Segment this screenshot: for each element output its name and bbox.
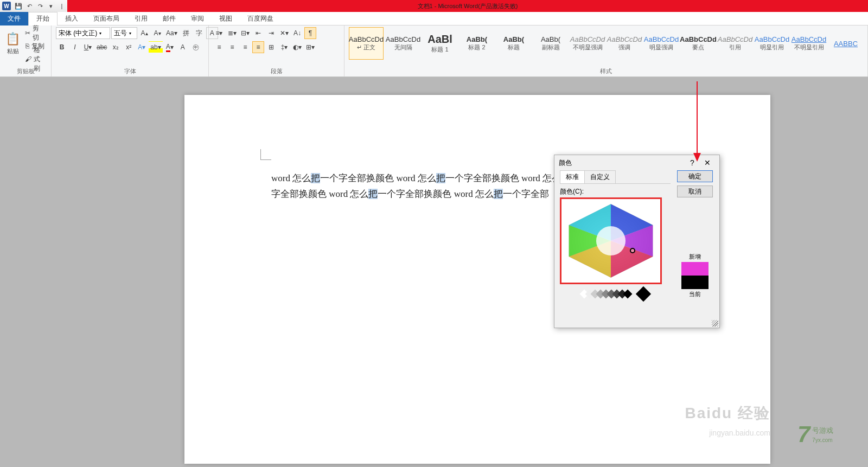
style-item[interactable]: AaBl标题 1 — [423, 27, 457, 60]
subscript-button[interactable]: x₂ — [110, 41, 122, 53]
style-name: 无间隔 — [394, 43, 412, 52]
style-preview: AaBbCcDd — [349, 35, 384, 43]
font-name-combo[interactable]: 宋体 (中文正)▾ — [56, 27, 110, 39]
dialog-close-button[interactable]: ✕ — [700, 156, 715, 169]
bold-button[interactable]: B — [56, 41, 68, 53]
cancel-button[interactable]: 取消 — [677, 185, 713, 197]
grow-font-button[interactable]: A▴ — [138, 27, 150, 39]
current-label: 当前 — [689, 290, 701, 298]
borders-button[interactable]: ⊞▾ — [304, 41, 316, 53]
underline-button[interactable]: U▾ — [82, 41, 94, 53]
shrink-font-button[interactable]: A▾ — [151, 27, 163, 39]
chevron-down-icon: ▾ — [99, 31, 101, 36]
hexagon-svg — [564, 201, 658, 280]
chevron-down-icon: ▾ — [129, 31, 131, 36]
qat-redo-icon[interactable]: ↷ — [35, 1, 46, 11]
tab-layout[interactable]: 页面布局 — [86, 12, 127, 25]
asian-layout-button[interactable]: ✕▾ — [278, 27, 290, 39]
resize-grip-icon[interactable] — [712, 320, 718, 327]
style-item[interactable]: AaBb(标题 2 — [459, 27, 494, 60]
style-preview: AaBbCcDd — [607, 35, 642, 43]
style-name: 副标题 — [542, 43, 560, 52]
tab-insert[interactable]: 插入 — [58, 12, 86, 25]
tab-baidu[interactable]: 百度网盘 — [240, 12, 281, 25]
dialog-help-button[interactable]: ? — [685, 156, 700, 169]
highlight-button[interactable]: ab▾ — [149, 41, 162, 53]
change-case-button[interactable]: Aa▾ — [164, 27, 179, 39]
italic-button[interactable]: I — [69, 41, 81, 53]
style-name: 标题 1 — [431, 46, 448, 54]
align-center-button[interactable]: ≡ — [226, 41, 238, 53]
qat-save-icon[interactable]: 💾 — [13, 1, 24, 11]
black-hex-swatch[interactable] — [636, 286, 651, 302]
tab-custom[interactable]: 自定义 — [584, 170, 616, 183]
cut-button[interactable]: ✂ 剪切 — [23, 27, 47, 39]
style-name: 不明显引用 — [794, 43, 824, 52]
ok-button[interactable]: 确定 — [677, 170, 713, 182]
numbering-button[interactable]: ≣▾ — [226, 27, 238, 39]
text-effects-button[interactable]: A▾ — [136, 41, 148, 53]
group-styles: AaBbCcDd↵ 正文AaBbCcDd无间隔AaBl标题 1AaBb(标题 2… — [344, 25, 868, 76]
show-marks-button[interactable]: ¶ — [304, 27, 316, 39]
gray-swatch[interactable] — [623, 290, 633, 299]
tab-mailings[interactable]: 邮件 — [155, 12, 183, 25]
style-preview: AaBbCcDd — [680, 35, 717, 43]
decrease-indent-button[interactable]: ⇤ — [252, 27, 264, 39]
tab-view[interactable]: 视图 — [212, 12, 240, 25]
sort-button[interactable]: A↓ — [291, 27, 303, 39]
tab-file[interactable]: 文件 — [0, 12, 28, 25]
ribbon-tabs: 文件 开始 插入 页面布局 引用 邮件 审阅 视图 百度网盘 — [0, 12, 868, 25]
enclose-char-button[interactable]: ㊥ — [190, 41, 202, 53]
group-styles-label: 样式 — [349, 66, 863, 75]
increase-indent-button[interactable]: ⇥ — [265, 27, 277, 39]
tab-review[interactable]: 审阅 — [183, 12, 212, 25]
style-item[interactable]: AaBbCcDd不明显强调 — [570, 27, 605, 60]
group-paragraph: ≡▾ ≣▾ ⊟▾ ⇤ ⇥ ✕▾ A↓ ¶ ≡ ≡ ≡ ≡ ⊞ ‡▾ ◐▾ ⊞▾ … — [209, 25, 344, 76]
color-preview — [681, 262, 709, 289]
superscript-button[interactable]: x² — [123, 41, 135, 53]
font-color-button[interactable]: A▾ — [164, 41, 176, 53]
tab-standard[interactable]: 标准 — [560, 170, 585, 183]
paste-button[interactable]: 📋 粘贴 — [4, 27, 21, 60]
style-name: 不明显强调 — [573, 43, 603, 52]
style-item[interactable]: AaBbCcDd明显强调 — [644, 27, 679, 60]
style-item[interactable]: AaBbCcDd不明显引用 — [792, 27, 826, 60]
style-item[interactable]: AaBbCcDd↵ 正文 — [349, 27, 384, 60]
style-item[interactable]: AaBbCcDd无间隔 — [386, 27, 420, 60]
strikethrough-button[interactable]: abc — [95, 41, 108, 53]
style-item[interactable]: AaBbCcDd要点 — [681, 27, 716, 60]
style-item[interactable]: AABBC — [828, 27, 863, 60]
justify-button[interactable]: ≡ — [252, 41, 264, 53]
char-shading-button[interactable]: A — [177, 41, 189, 53]
dialog-titlebar[interactable]: 颜色 ? ✕ — [554, 155, 719, 170]
bullets-button[interactable]: ≡▾ — [213, 27, 225, 39]
distribute-button[interactable]: ⊞ — [265, 41, 277, 53]
style-preview: AaBb( — [503, 35, 524, 43]
style-item[interactable]: AaBbCcDd引用 — [718, 27, 752, 60]
style-item[interactable]: AaBbCcDd强调 — [607, 27, 642, 60]
qat-customize-icon[interactable]: ▾ — [46, 1, 56, 11]
style-item[interactable]: AaBb(副标题 — [533, 27, 568, 60]
color-hexagon[interactable] — [560, 197, 662, 284]
ruler-corner — [260, 149, 271, 160]
tab-home[interactable]: 开始 — [28, 12, 58, 25]
qat-undo-icon[interactable]: ↶ — [24, 1, 35, 11]
format-painter-button[interactable]: 🖌 格式刷 — [23, 53, 47, 65]
scissors-icon: ✂ — [25, 29, 30, 37]
watermark-game-logo: 7 号游戏7yx.com — [797, 418, 857, 451]
grayscale-row[interactable] — [560, 289, 671, 299]
style-item[interactable]: AaBbCcDd明显引用 — [755, 27, 789, 60]
style-name: 明显强调 — [649, 43, 673, 52]
line-spacing-button[interactable]: ‡▾ — [278, 41, 290, 53]
char-border-button[interactable]: 字 — [193, 27, 205, 39]
cut-label: 剪切 — [33, 24, 45, 42]
phonetic-guide-button[interactable]: 拼 — [180, 27, 192, 39]
font-size-combo[interactable]: 五号▾ — [111, 27, 137, 39]
style-item[interactable]: AaBb(标题 — [496, 27, 531, 60]
watermark-url: jingyan.baidu.com — [709, 428, 770, 437]
multilevel-button[interactable]: ⊟▾ — [239, 27, 251, 39]
shading-button[interactable]: ◐▾ — [291, 41, 303, 53]
align-right-button[interactable]: ≡ — [239, 41, 251, 53]
align-left-button[interactable]: ≡ — [213, 41, 225, 53]
tab-references[interactable]: 引用 — [127, 12, 155, 25]
